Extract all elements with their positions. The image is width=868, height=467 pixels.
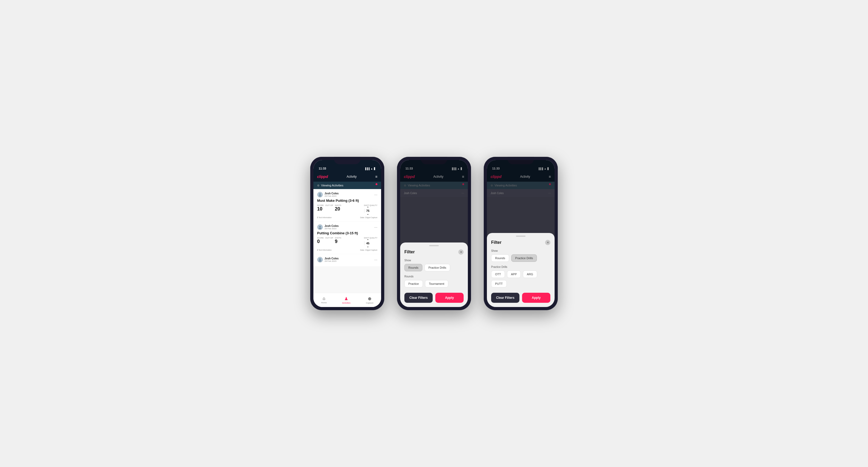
- score-value-1: 10: [317, 206, 322, 212]
- logo-1: clippd: [317, 175, 328, 179]
- header-title-1: Activity: [347, 175, 357, 179]
- phone-1-screen: 11:33 ▐▐▐ ▲ ▋ clippd Activity ≡ ⚙ Viewin…: [313, 160, 381, 307]
- app-header-1: clippd Activity ≡: [313, 172, 381, 182]
- shot-quality-2: Shot Quality 45: [364, 237, 377, 247]
- putt-btn-3[interactable]: PUTT: [491, 280, 507, 287]
- stats-row-1: Score 10 OUT OF Shots 20 Shot Quality 75: [317, 204, 377, 215]
- avatar-2: [317, 224, 323, 230]
- app-btn-3[interactable]: APP: [507, 271, 521, 278]
- activity-item-3[interactable]: Josh Coles 28 Feb 2023 ···: [313, 254, 381, 266]
- phone-2-screen: 11:33 ▐▐▐ ▲ ▋ clippd Activity ≡ ⚙ Viewin…: [400, 160, 468, 307]
- dots-menu-2[interactable]: ···: [374, 225, 377, 229]
- activities-icon-1: ♟: [344, 296, 348, 301]
- user-info-1: Josh Coles 28 Feb 2023: [317, 192, 339, 197]
- out-of-1: OUT OF: [325, 204, 333, 207]
- close-button-3[interactable]: ✕: [545, 240, 550, 245]
- apply-btn-3[interactable]: Apply: [522, 293, 550, 303]
- signal-icon: ▐▐▐: [365, 167, 369, 170]
- shots-value-2: 9: [335, 239, 338, 244]
- activity-header-1: Josh Coles 28 Feb 2023 ···: [317, 192, 377, 197]
- filter-modal-3: Filter ✕ Show Rounds Practice Drills Pra…: [487, 233, 555, 307]
- user-date-2: 28 Feb 2023: [324, 227, 339, 230]
- rounds-btn-3[interactable]: Rounds: [491, 254, 509, 262]
- close-button-2[interactable]: ✕: [458, 249, 464, 255]
- home-label-1: Home: [321, 302, 327, 304]
- modal-handle-2: [429, 245, 439, 246]
- user-name-1: Josh Coles: [324, 192, 339, 195]
- arg-btn-3[interactable]: ARG: [523, 271, 537, 278]
- nav-activities-1[interactable]: ♟ Activities: [342, 296, 351, 304]
- activity-title-1: Must Make Putting (3-6 ft): [317, 198, 377, 203]
- score-label-2: Score: [317, 237, 324, 239]
- modal-title-2: Filter: [404, 250, 415, 254]
- modal-header-3: Filter ✕: [491, 240, 550, 245]
- modal-title-3: Filter: [491, 240, 501, 245]
- data-text-1: Data: Clippd Capture: [360, 217, 377, 218]
- phone-3-screen: 11:33 ▐▐▐ ▲ ▋ clippd Activity ≡ ⚙ Viewin…: [487, 160, 555, 307]
- viewing-bar-text-1: Viewing Activities: [321, 184, 343, 187]
- activity-header-3: Josh Coles 28 Feb 2023 ···: [317, 257, 377, 262]
- activity-item-1[interactable]: Josh Coles 28 Feb 2023 ··· Must Make Put…: [313, 189, 381, 221]
- avatar-inner-1: [317, 192, 323, 197]
- modal-handle-3: [516, 236, 526, 237]
- sq-value-2: 45: [364, 239, 372, 247]
- practice-drills-btn-3[interactable]: Practice Drills: [511, 254, 537, 262]
- shot-quality-1: Shot Quality 75: [364, 205, 377, 215]
- user-info-2: Josh Coles 28 Feb 2023: [317, 224, 339, 230]
- sq-value-1: 75: [364, 207, 372, 215]
- info-text-2: ℹ Test Information: [317, 249, 332, 251]
- activity-title-2: Putting Combine (3-15 ft): [317, 231, 377, 235]
- ott-btn-3[interactable]: OTT: [491, 271, 505, 278]
- nav-capture-1[interactable]: ⊕ Capture: [366, 296, 373, 304]
- svg-point-4: [319, 258, 321, 260]
- activity-list-1: Josh Coles 28 Feb 2023 ··· Must Make Put…: [313, 189, 381, 293]
- notch-1: [334, 157, 361, 164]
- dots-menu-1[interactable]: ···: [374, 192, 377, 197]
- viewing-bar-1[interactable]: ⚙ Viewing Activities: [313, 182, 381, 189]
- bottom-nav-1: ⌂ Home ♟ Activities ⊕ Capture: [313, 293, 381, 307]
- avatar-inner-2: [317, 224, 323, 230]
- stats-row-2: Score 0 OUT OF Shots 9 Shot Quality 45: [317, 237, 377, 247]
- apply-btn-2[interactable]: Apply: [435, 293, 464, 303]
- avatar-1: [317, 192, 323, 197]
- practice-drills-btn-2[interactable]: Practice Drills: [425, 264, 450, 271]
- clear-filters-btn-3[interactable]: Clear Filters: [491, 293, 520, 303]
- practice-drills-section-label-3: Practice Drills: [491, 266, 550, 269]
- rounds-options-2: Practice Tournament: [404, 280, 464, 287]
- phone-1: 11:33 ▐▐▐ ▲ ▋ clippd Activity ≡ ⚙ Viewin…: [310, 157, 384, 310]
- rounds-btn-2[interactable]: Rounds: [404, 264, 422, 271]
- home-icon-1: ⌂: [323, 296, 325, 301]
- activity-item-2[interactable]: Josh Coles 28 Feb 2023 ··· Putting Combi…: [313, 222, 381, 254]
- avatar-3: [317, 257, 323, 262]
- practice-btn-2[interactable]: Practice: [404, 280, 423, 287]
- sq-label-1: Shot Quality: [364, 205, 377, 206]
- phone-3: 11:33 ▐▐▐ ▲ ▋ clippd Activity ≡ ⚙ Viewin…: [484, 157, 558, 310]
- activity-footer-2: ℹ Test Information Data: Clippd Capture: [317, 249, 377, 251]
- phones-container: 11:33 ▐▐▐ ▲ ▋ clippd Activity ≡ ⚙ Viewin…: [310, 157, 558, 310]
- svg-point-3: [319, 228, 321, 229]
- svg-point-0: [319, 193, 321, 195]
- score-label-1: Score: [317, 205, 324, 206]
- dots-menu-3[interactable]: ···: [374, 257, 377, 262]
- show-label-3: Show: [491, 249, 550, 252]
- svg-point-5: [319, 260, 321, 261]
- shots-value-1: 20: [335, 206, 340, 212]
- viewing-dot-1: [376, 183, 377, 185]
- status-time-1: 11:33: [319, 167, 326, 170]
- show-label-2: Show: [404, 259, 464, 262]
- activity-header-2: Josh Coles 28 Feb 2023 ···: [317, 224, 377, 230]
- clear-filters-btn-2[interactable]: Clear Filters: [404, 293, 433, 303]
- nav-home-1[interactable]: ⌂ Home: [321, 296, 327, 304]
- filter-modal-2: Filter ✕ Show Rounds Practice Drills Rou…: [400, 243, 468, 307]
- user-name-2: Josh Coles: [324, 224, 339, 227]
- wifi-icon: ▲: [371, 167, 373, 170]
- battery-icon: ▋: [374, 167, 376, 170]
- user-date-1: 28 Feb 2023: [324, 195, 339, 197]
- avatar-inner-3: [317, 257, 323, 262]
- menu-icon-1[interactable]: ≡: [375, 175, 377, 179]
- tournament-btn-2[interactable]: Tournament: [425, 280, 448, 287]
- svg-point-2: [319, 226, 321, 227]
- user-name-3: Josh Coles: [324, 257, 339, 260]
- rounds-section-label-2: Rounds: [404, 275, 464, 278]
- info-text-1: ℹ Test Information: [317, 216, 332, 219]
